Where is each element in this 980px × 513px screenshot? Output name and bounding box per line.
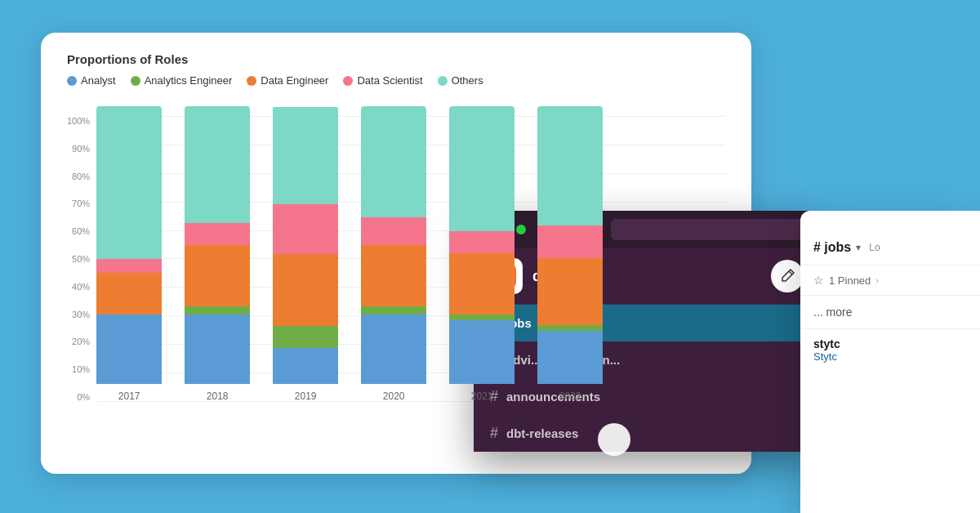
bar-segment: [537, 325, 603, 331]
channel-item-advi---t-for-beginn---[interactable]: #advi...t-for-beginn...: [474, 341, 817, 378]
browser-bar: ← → 🕐: [474, 211, 817, 248]
channel-item-announcements[interactable]: #announcements: [474, 378, 817, 415]
bar-segment: [96, 273, 162, 314]
y-label: 70%: [72, 199, 90, 208]
bar-year-label: 2022: [559, 390, 581, 402]
bar-segment: [449, 231, 514, 253]
user-name: stytc: [813, 337, 967, 350]
chart-legend: AnalystAnalytics EngineerData EngineerDa…: [67, 74, 725, 87]
pinned-label: 1 Pinned: [829, 274, 871, 287]
bar-segment: [449, 314, 514, 320]
bar-year-label: 2019: [295, 390, 317, 402]
y-label: 30%: [72, 310, 90, 319]
bar-group-2020: 2020: [361, 106, 426, 402]
chart-title: Proportions of Roles: [67, 52, 725, 66]
y-label: 100%: [67, 116, 90, 126]
bar-group-2017: 2017: [96, 106, 162, 402]
bar-year-label: 2017: [118, 390, 140, 402]
more-text: ... more: [800, 296, 980, 329]
bar-segment: [185, 314, 250, 384]
bar-year-label: 2020: [383, 390, 405, 402]
legend-item-analyst: Analyst: [67, 74, 116, 87]
bar-segment: [273, 326, 338, 348]
y-label: 90%: [72, 144, 90, 154]
bar-segment: [361, 314, 426, 384]
legend-dot: [67, 76, 77, 86]
legend-label: Data Engineer: [261, 74, 328, 87]
bar-segment: [185, 245, 250, 306]
bar-year-label: 2021: [471, 390, 493, 402]
bar-segment: [449, 106, 514, 231]
legend-dot: [343, 76, 353, 86]
bar-group-2019: 2019: [273, 106, 338, 402]
bar-2021: [449, 106, 514, 384]
legend-label: Analyst: [81, 74, 116, 87]
bar-year-label: 2018: [207, 390, 229, 402]
channel-title: # jobs: [813, 240, 851, 255]
legend-label: Data Scientist: [357, 74, 422, 87]
bar-2017: [96, 106, 162, 384]
bar-group-2022: 2022: [537, 106, 603, 402]
legend-label: Analytics Engineer: [145, 74, 233, 87]
right-panel: # jobs ▾ Lo ☆ 1 Pinned › ... more stytc …: [800, 211, 980, 513]
legend-dot: [131, 76, 140, 86]
legend-label: Others: [452, 74, 483, 87]
slack-panel: ← → 🕐 × dbt ▾ #jobs#advi...t-for-beginn.…: [474, 211, 817, 452]
legend-dot: [438, 76, 448, 86]
slack-header: × dbt ▾: [474, 248, 817, 305]
y-axis: 100%90%80%70%60%50%40%30%20%10%0%: [67, 116, 90, 426]
bar-segment: [537, 331, 603, 384]
bar-segment: [449, 320, 514, 384]
y-label: 10%: [72, 364, 90, 374]
y-label: 50%: [72, 254, 90, 264]
channel-list: #jobs#advi...t-for-beginn...#announcemen…: [474, 305, 817, 452]
more-text-label: ... more: [813, 306, 852, 319]
bar-segment: [185, 223, 250, 245]
browser-search-bar[interactable]: [611, 219, 804, 240]
bar-2022: [537, 106, 603, 384]
legend-dot: [247, 76, 256, 86]
bar-segment: [361, 217, 426, 245]
fullscreen-button[interactable]: [516, 225, 526, 234]
bar-2019: [273, 106, 338, 384]
legend-item-data-scientist: Data Scientist: [343, 74, 422, 87]
bar-segment: [96, 259, 162, 273]
channel-dropdown-icon[interactable]: ▾: [856, 242, 861, 253]
bar-segment: [361, 306, 426, 314]
pin-icon: ☆: [813, 274, 824, 287]
bar-segment: [185, 306, 250, 314]
compose-icon: [779, 268, 795, 284]
bar-group-2018: 2018: [185, 106, 250, 402]
channel-hash-icon: #: [490, 425, 498, 442]
pinned-bar: ☆ 1 Pinned ›: [800, 265, 980, 296]
lo-label: Lo: [869, 242, 880, 253]
bar-segment: [361, 106, 426, 217]
y-label: 60%: [72, 226, 90, 236]
user-link[interactable]: Stytc: [813, 350, 967, 363]
bar-segment: [537, 225, 603, 259]
bar-2018: [185, 106, 250, 384]
bar-segment: [96, 106, 162, 259]
right-panel-header: # jobs ▾ Lo: [800, 211, 980, 265]
bar-2020: [361, 106, 426, 384]
bar-segment: [537, 106, 603, 225]
user-item: stytc Stytc: [800, 329, 980, 371]
bar-segment: [361, 245, 426, 306]
bar-segment: [449, 253, 514, 314]
bar-segment: [185, 106, 250, 223]
compose-button[interactable]: [771, 260, 804, 292]
channel-name: dbt-releases: [506, 426, 578, 440]
bar-segment: [273, 107, 338, 204]
channel-item-jobs[interactable]: #jobs: [474, 305, 817, 341]
y-label: 80%: [72, 172, 90, 181]
bar-segment: [537, 258, 603, 325]
legend-item-analytics-engineer: Analytics Engineer: [131, 74, 233, 87]
bar-group-2021: 2021: [449, 106, 514, 402]
y-label: 20%: [72, 337, 90, 346]
bar-segment: [96, 314, 162, 384]
bar-segment: [273, 204, 338, 254]
bar-segment: [273, 348, 338, 384]
channel-item-dbt-releases[interactable]: #dbt-releases: [474, 415, 817, 452]
legend-item-others: Others: [438, 74, 483, 87]
y-label: 0%: [77, 392, 90, 402]
